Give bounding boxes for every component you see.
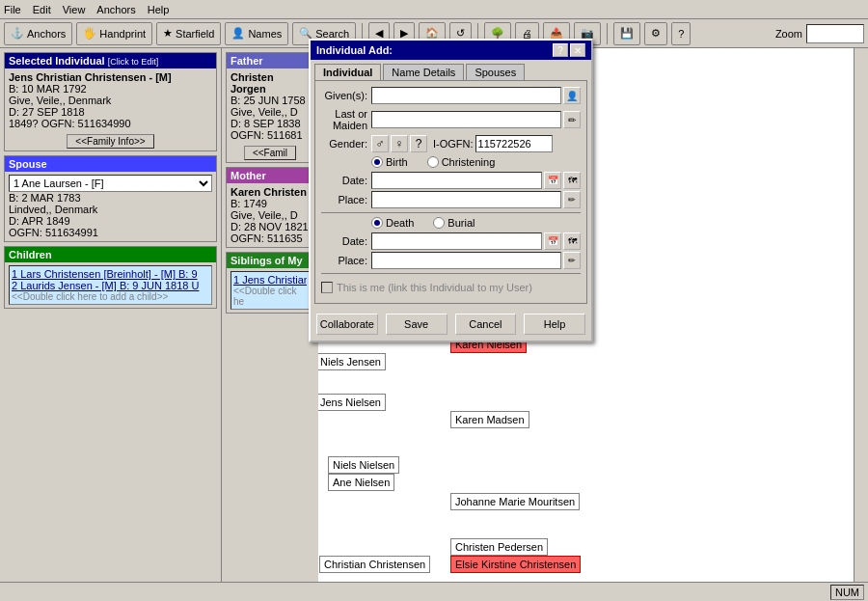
gender-male-icon[interactable]: ♂ <box>371 135 389 152</box>
date-input-1[interactable] <box>371 172 542 189</box>
place-edit-icon-2[interactable]: ✏ <box>563 252 581 269</box>
last-edit-icon[interactable]: ✏ <box>563 111 581 128</box>
date-info-icon-2[interactable]: 🗺 <box>563 232 581 250</box>
modal-titlebar-buttons: ? ✕ <box>553 43 585 57</box>
date-calendar-icon-1[interactable]: 📅 <box>544 172 561 189</box>
last-row: Last or Maiden ✏ <box>321 108 581 131</box>
birth-radio[interactable]: Birth <box>371 156 408 168</box>
modal-overlay: Individual Add: ? ✕ Individual Name Deta… <box>0 0 868 601</box>
checkbox-label: This is me (link this Individual to my U… <box>337 282 532 293</box>
place-label-2: Place: <box>321 255 367 266</box>
this-is-me-checkbox[interactable] <box>321 282 333 293</box>
modal-close-btn[interactable]: ✕ <box>570 43 585 57</box>
gender-icons: ♂ ♀ ? <box>371 135 427 152</box>
date-input-2[interactable] <box>371 232 542 250</box>
place-row-2: Place: ✏ <box>321 252 581 269</box>
gender-row: Gender: ♂ ♀ ? I-OGFN: 115722526 <box>321 135 581 152</box>
date-calendar-icon-2[interactable]: 📅 <box>544 232 561 250</box>
help-btn[interactable]: Help <box>524 314 585 335</box>
separator-2 <box>321 273 581 274</box>
date-row-1: Date: 📅 🗺 <box>321 172 581 189</box>
place-row-1: Place: ✏ <box>321 191 581 208</box>
given-row: Given(s): 👤 <box>321 87 581 104</box>
individual-add-dialog: Individual Add: ? ✕ Individual Name Deta… <box>309 39 593 342</box>
gender-female-icon[interactable]: ♀ <box>391 135 408 152</box>
place-edit-icon-1[interactable]: ✏ <box>563 191 581 208</box>
last-side-icons: ✏ <box>563 111 581 128</box>
separator-1 <box>321 212 581 213</box>
date-label-2: Date: <box>321 235 367 247</box>
save-btn[interactable]: Save <box>386 314 448 335</box>
idofgn-label: I-OGFN: <box>433 138 474 150</box>
idofgn-input[interactable]: 115722526 <box>475 135 553 152</box>
given-side-icons: 👤 <box>563 87 581 104</box>
death-radio[interactable]: Death <box>371 217 414 229</box>
modal-title: Individual Add: <box>316 44 393 56</box>
date-label-1: Date: <box>321 175 367 186</box>
given-label: Given(s): <box>321 90 367 101</box>
modal-help-btn[interactable]: ? <box>553 43 568 57</box>
christening-radio[interactable]: Christening <box>427 156 496 168</box>
tab-individual[interactable]: Individual <box>314 64 381 80</box>
last-label: Last or Maiden <box>321 108 367 131</box>
cancel-btn[interactable]: Cancel <box>455 314 517 335</box>
checkbox-row: This is me (link this Individual to my U… <box>321 278 581 297</box>
birth-radio-row: Birth Christening <box>321 156 581 168</box>
given-person-icon[interactable]: 👤 <box>563 87 581 104</box>
collaborate-btn[interactable]: Collaborate <box>316 314 378 335</box>
death-radio-row: Death Burial <box>321 217 581 229</box>
last-input[interactable] <box>371 111 561 128</box>
modal-footer: Collaborate Save Cancel Help <box>311 308 591 341</box>
tab-spouses[interactable]: Spouses <box>466 64 525 80</box>
tab-name-details[interactable]: Name Details <box>383 64 464 80</box>
modal-titlebar: Individual Add: ? ✕ <box>311 41 591 60</box>
modal-tabs: Individual Name Details Spouses <box>311 60 591 80</box>
modal-tab-content: Given(s): 👤 Last or Maiden ✏ Gender: ♂ <box>314 80 587 304</box>
gender-unknown-icon[interactable]: ? <box>410 135 427 152</box>
burial-radio[interactable]: Burial <box>433 217 475 229</box>
place-input-1[interactable] <box>371 191 561 208</box>
date-row-2: Date: 📅 🗺 <box>321 232 581 250</box>
given-input[interactable] <box>371 87 561 104</box>
place-label-1: Place: <box>321 194 367 205</box>
date-info-icon-1[interactable]: 🗺 <box>563 172 581 189</box>
place-input-2[interactable] <box>371 252 561 269</box>
gender-label: Gender: <box>321 138 367 150</box>
